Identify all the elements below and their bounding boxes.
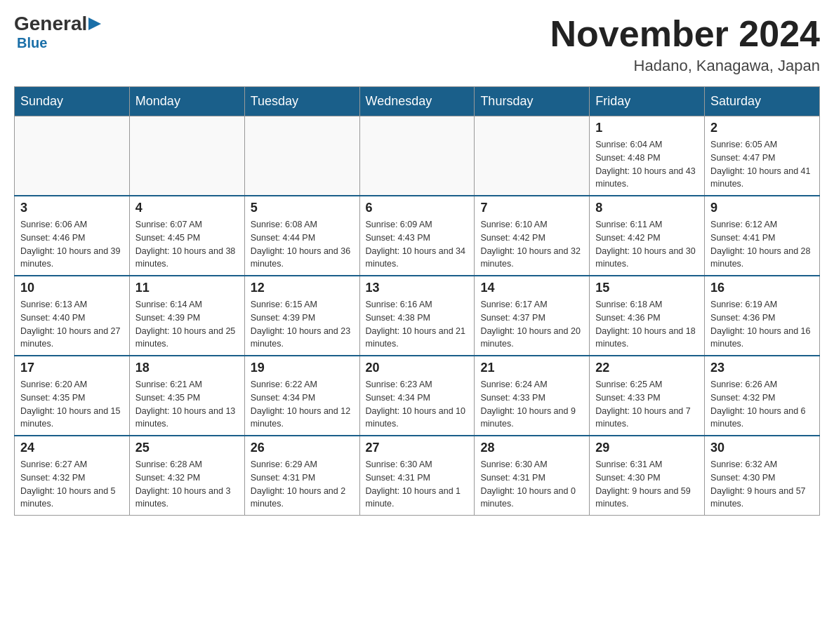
- calendar-cell: 19Sunrise: 6:22 AMSunset: 4:34 PMDayligh…: [244, 356, 359, 436]
- day-number: 22: [595, 361, 699, 375]
- calendar-week-row: 24Sunrise: 6:27 AMSunset: 4:32 PMDayligh…: [15, 436, 820, 516]
- calendar-cell: 29Sunrise: 6:31 AMSunset: 4:30 PMDayligh…: [590, 436, 705, 516]
- day-info: Sunrise: 6:32 AMSunset: 4:30 PMDaylight:…: [710, 458, 814, 511]
- day-info: Sunrise: 6:07 AMSunset: 4:45 PMDaylight:…: [135, 218, 239, 271]
- calendar-cell: 24Sunrise: 6:27 AMSunset: 4:32 PMDayligh…: [15, 436, 130, 516]
- calendar-cell: 8Sunrise: 6:11 AMSunset: 4:42 PMDaylight…: [590, 196, 705, 276]
- svg-marker-0: [88, 18, 101, 30]
- calendar-cell: 23Sunrise: 6:26 AMSunset: 4:32 PMDayligh…: [705, 356, 820, 436]
- day-info: Sunrise: 6:09 AMSunset: 4:43 PMDaylight:…: [366, 218, 469, 271]
- day-info: Sunrise: 6:15 AMSunset: 4:39 PMDaylight:…: [251, 298, 354, 351]
- calendar-cell: 27Sunrise: 6:30 AMSunset: 4:31 PMDayligh…: [359, 436, 475, 516]
- calendar-cell: 1Sunrise: 6:04 AMSunset: 4:48 PMDaylight…: [590, 116, 705, 196]
- day-number: 19: [251, 361, 354, 375]
- logo-triangle-icon: [88, 16, 102, 32]
- calendar-cell: 13Sunrise: 6:16 AMSunset: 4:38 PMDayligh…: [359, 276, 475, 356]
- day-info: Sunrise: 6:19 AMSunset: 4:36 PMDaylight:…: [710, 298, 814, 351]
- day-number: 12: [251, 281, 354, 295]
- day-number: 8: [595, 201, 699, 215]
- calendar-week-row: 10Sunrise: 6:13 AMSunset: 4:40 PMDayligh…: [15, 276, 820, 356]
- day-info: Sunrise: 6:05 AMSunset: 4:47 PMDaylight:…: [710, 138, 814, 191]
- day-number: 23: [710, 361, 814, 375]
- day-number: 24: [20, 441, 124, 455]
- day-number: 6: [366, 201, 469, 215]
- logo-blue: Blue: [17, 35, 47, 51]
- calendar-cell: 16Sunrise: 6:19 AMSunset: 4:36 PMDayligh…: [705, 276, 820, 356]
- calendar-cell: 2Sunrise: 6:05 AMSunset: 4:47 PMDaylight…: [705, 116, 820, 196]
- day-info: Sunrise: 6:31 AMSunset: 4:30 PMDaylight:…: [595, 458, 699, 511]
- calendar-cell: [359, 116, 475, 196]
- day-info: Sunrise: 6:25 AMSunset: 4:33 PMDaylight:…: [595, 378, 699, 431]
- calendar-cell: 7Sunrise: 6:10 AMSunset: 4:42 PMDaylight…: [475, 196, 590, 276]
- calendar-cell: 5Sunrise: 6:08 AMSunset: 4:44 PMDaylight…: [244, 196, 359, 276]
- day-info: Sunrise: 6:30 AMSunset: 4:31 PMDaylight:…: [366, 458, 469, 511]
- day-number: 4: [135, 201, 239, 215]
- day-number: 21: [480, 361, 583, 375]
- day-info: Sunrise: 6:20 AMSunset: 4:35 PMDaylight:…: [20, 378, 124, 431]
- day-of-week-header: Wednesday: [359, 87, 475, 116]
- day-number: 16: [710, 281, 814, 295]
- day-of-week-header: Tuesday: [244, 87, 359, 116]
- day-number: 17: [20, 361, 124, 375]
- calendar-cell: 10Sunrise: 6:13 AMSunset: 4:40 PMDayligh…: [15, 276, 130, 356]
- calendar-cell: [475, 116, 590, 196]
- calendar-cell: 12Sunrise: 6:15 AMSunset: 4:39 PMDayligh…: [244, 276, 359, 356]
- calendar-cell: 28Sunrise: 6:30 AMSunset: 4:31 PMDayligh…: [475, 436, 590, 516]
- day-number: 13: [366, 281, 469, 295]
- day-info: Sunrise: 6:27 AMSunset: 4:32 PMDaylight:…: [20, 458, 124, 511]
- day-of-week-header: Thursday: [475, 87, 590, 116]
- day-number: 5: [251, 201, 354, 215]
- day-info: Sunrise: 6:22 AMSunset: 4:34 PMDaylight:…: [251, 378, 354, 431]
- day-info: Sunrise: 6:04 AMSunset: 4:48 PMDaylight:…: [595, 138, 699, 191]
- day-info: Sunrise: 6:10 AMSunset: 4:42 PMDaylight:…: [480, 218, 583, 271]
- day-info: Sunrise: 6:23 AMSunset: 4:34 PMDaylight:…: [366, 378, 469, 431]
- day-number: 11: [135, 281, 239, 295]
- day-info: Sunrise: 6:08 AMSunset: 4:44 PMDaylight:…: [251, 218, 354, 271]
- title-section: November 2024 Hadano, Kanagawa, Japan: [550, 14, 820, 75]
- day-number: 7: [480, 201, 583, 215]
- day-info: Sunrise: 6:16 AMSunset: 4:38 PMDaylight:…: [366, 298, 469, 351]
- day-number: 27: [366, 441, 469, 455]
- day-info: Sunrise: 6:18 AMSunset: 4:36 PMDaylight:…: [595, 298, 699, 351]
- calendar-cell: 11Sunrise: 6:14 AMSunset: 4:39 PMDayligh…: [129, 276, 244, 356]
- day-number: 10: [20, 281, 124, 295]
- day-number: 9: [710, 201, 814, 215]
- logo: General Blue: [14, 14, 102, 51]
- day-number: 18: [135, 361, 239, 375]
- day-number: 29: [595, 441, 699, 455]
- calendar-header-row: SundayMondayTuesdayWednesdayThursdayFrid…: [15, 87, 820, 116]
- day-number: 15: [595, 281, 699, 295]
- day-info: Sunrise: 6:06 AMSunset: 4:46 PMDaylight:…: [20, 218, 124, 271]
- calendar-cell: 30Sunrise: 6:32 AMSunset: 4:30 PMDayligh…: [705, 436, 820, 516]
- day-number: 25: [135, 441, 239, 455]
- day-number: 2: [710, 121, 814, 135]
- calendar-cell: [244, 116, 359, 196]
- calendar-cell: 26Sunrise: 6:29 AMSunset: 4:31 PMDayligh…: [244, 436, 359, 516]
- day-info: Sunrise: 6:21 AMSunset: 4:35 PMDaylight:…: [135, 378, 239, 431]
- day-of-week-header: Saturday: [705, 87, 820, 116]
- page-header: General Blue November 2024 Hadano, Kanag…: [14, 14, 820, 75]
- day-of-week-header: Sunday: [15, 87, 130, 116]
- calendar-cell: 21Sunrise: 6:24 AMSunset: 4:33 PMDayligh…: [475, 356, 590, 436]
- calendar-cell: 4Sunrise: 6:07 AMSunset: 4:45 PMDaylight…: [129, 196, 244, 276]
- day-info: Sunrise: 6:28 AMSunset: 4:32 PMDaylight:…: [135, 458, 239, 511]
- day-info: Sunrise: 6:30 AMSunset: 4:31 PMDaylight:…: [480, 458, 583, 511]
- calendar-cell: 22Sunrise: 6:25 AMSunset: 4:33 PMDayligh…: [590, 356, 705, 436]
- calendar-cell: 9Sunrise: 6:12 AMSunset: 4:41 PMDaylight…: [705, 196, 820, 276]
- day-info: Sunrise: 6:24 AMSunset: 4:33 PMDaylight:…: [480, 378, 583, 431]
- day-info: Sunrise: 6:26 AMSunset: 4:32 PMDaylight:…: [710, 378, 814, 431]
- day-of-week-header: Friday: [590, 87, 705, 116]
- calendar-table: SundayMondayTuesdayWednesdayThursdayFrid…: [14, 86, 820, 516]
- day-number: 20: [366, 361, 469, 375]
- day-info: Sunrise: 6:13 AMSunset: 4:40 PMDaylight:…: [20, 298, 124, 351]
- calendar-week-row: 1Sunrise: 6:04 AMSunset: 4:48 PMDaylight…: [15, 116, 820, 196]
- day-number: 28: [480, 441, 583, 455]
- calendar-cell: [15, 116, 130, 196]
- calendar-cell: 3Sunrise: 6:06 AMSunset: 4:46 PMDaylight…: [15, 196, 130, 276]
- calendar-cell: 20Sunrise: 6:23 AMSunset: 4:34 PMDayligh…: [359, 356, 475, 436]
- month-title: November 2024: [550, 14, 820, 54]
- calendar-cell: 14Sunrise: 6:17 AMSunset: 4:37 PMDayligh…: [475, 276, 590, 356]
- calendar-cell: 17Sunrise: 6:20 AMSunset: 4:35 PMDayligh…: [15, 356, 130, 436]
- calendar-cell: 18Sunrise: 6:21 AMSunset: 4:35 PMDayligh…: [129, 356, 244, 436]
- calendar-cell: 15Sunrise: 6:18 AMSunset: 4:36 PMDayligh…: [590, 276, 705, 356]
